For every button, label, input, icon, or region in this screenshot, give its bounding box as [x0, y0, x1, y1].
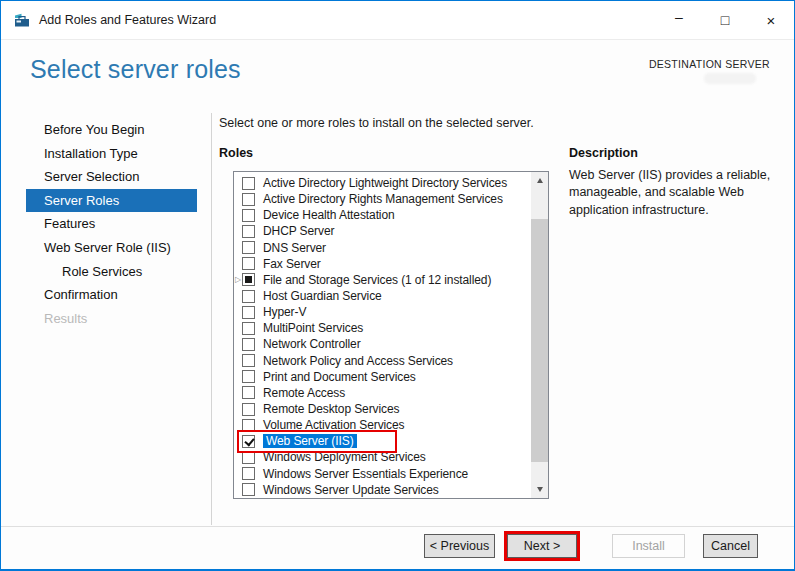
role-label: Windows Deployment Services	[263, 450, 426, 464]
role-row[interactable]: Host Guardian Service	[234, 288, 531, 304]
role-checkbox[interactable]	[242, 209, 255, 222]
roles-scrollbar[interactable]	[531, 172, 548, 498]
role-checkbox[interactable]	[242, 306, 255, 319]
sidebar-item-label: Web Server Role (IIS)	[44, 240, 171, 255]
role-row[interactable]: Web Server (IIS)	[234, 433, 531, 449]
sidebar-item-before-you-begin[interactable]: Before You Begin	[26, 118, 197, 142]
role-label: Remote Desktop Services	[263, 402, 399, 416]
sidebar-item-results[interactable]: Results	[26, 307, 197, 331]
destination-server-label: DESTINATION SERVER	[649, 58, 770, 70]
server-manager-toolbox-icon	[14, 12, 30, 28]
role-checkbox[interactable]	[242, 290, 255, 303]
role-row[interactable]: Print and Document Services	[234, 369, 531, 385]
sidebar-item-confirmation[interactable]: Confirmation	[26, 283, 197, 307]
page-title: Select server roles	[30, 55, 241, 84]
role-label: Active Directory Lightweight Directory S…	[263, 176, 507, 190]
role-label: DNS Server	[263, 241, 326, 255]
role-label: Windows Server Essentials Experience	[263, 467, 468, 481]
minimize-icon[interactable]: –	[656, 1, 702, 39]
role-checkbox[interactable]	[242, 354, 255, 367]
sidebar-item-label: Features	[44, 216, 95, 231]
role-row[interactable]: Windows Server Update Services	[234, 482, 531, 498]
role-label: Windows Server Update Services	[263, 483, 439, 497]
footer-divider	[1, 526, 794, 527]
sidebar-item-server-roles[interactable]: Server Roles	[26, 189, 197, 213]
role-label: Volume Activation Services	[263, 418, 404, 432]
role-row[interactable]: Remote Desktop Services	[234, 401, 531, 417]
role-checkbox[interactable]	[242, 403, 255, 416]
cancel-button[interactable]: Cancel	[703, 534, 758, 558]
role-label: MultiPoint Services	[263, 321, 363, 335]
install-button[interactable]: Install	[612, 534, 685, 558]
roles-listbox: Active Directory Lightweight Directory S…	[233, 171, 549, 499]
window-controls: – □ ×	[656, 1, 794, 39]
role-row[interactable]: Active Directory Lightweight Directory S…	[234, 175, 531, 191]
role-row[interactable]: Fax Server	[234, 256, 531, 272]
role-label: Device Health Attestation	[263, 208, 395, 222]
roles-list-rows: Active Directory Lightweight Directory S…	[234, 172, 531, 498]
role-checkbox[interactable]	[242, 467, 255, 480]
role-row[interactable]: Network Policy and Access Services	[234, 353, 531, 369]
role-row[interactable]: Network Controller	[234, 336, 531, 352]
scroll-down-icon[interactable]	[531, 481, 548, 498]
role-row[interactable]: Volume Activation Services	[234, 417, 531, 433]
role-checkbox[interactable]	[242, 241, 255, 254]
sidebar-item-role-services[interactable]: Role Services	[26, 260, 197, 284]
role-checkbox[interactable]	[242, 273, 255, 286]
next-button[interactable]: Next >	[507, 534, 577, 558]
role-label: Web Server (IIS)	[263, 434, 357, 448]
role-row[interactable]: DHCP Server	[234, 223, 531, 239]
sidebar-item-label: Before You Begin	[44, 122, 144, 137]
sidebar-item-server-selection[interactable]: Server Selection	[26, 165, 197, 189]
sidebar-item-installation-type[interactable]: Installation Type	[26, 142, 197, 166]
maximize-icon[interactable]: □	[702, 1, 748, 39]
role-checkbox[interactable]	[242, 193, 255, 206]
role-row[interactable]: Remote Access	[234, 385, 531, 401]
role-checkbox[interactable]	[242, 257, 255, 270]
sidebar-item-web-server-role-iis-[interactable]: Web Server Role (IIS)	[26, 236, 197, 260]
role-label: Hyper-V	[263, 305, 306, 319]
role-row[interactable]: DNS Server	[234, 240, 531, 256]
role-checkbox[interactable]	[242, 338, 255, 351]
sidebar-nav: Before You Begin Installation Type Serve…	[26, 118, 197, 330]
role-label: Print and Document Services	[263, 370, 416, 384]
expander-icon[interactable]: ▷	[234, 275, 242, 284]
role-checkbox[interactable]	[242, 177, 255, 190]
role-row[interactable]: Windows Deployment Services	[234, 449, 531, 465]
description-header: Description	[569, 146, 638, 160]
role-checkbox[interactable]	[242, 451, 255, 464]
window-title: Add Roles and Features Wizard	[39, 13, 216, 27]
previous-button[interactable]: < Previous	[424, 534, 495, 558]
add-roles-features-wizard-window: Add Roles and Features Wizard – □ × Sele…	[0, 0, 795, 571]
role-row[interactable]: Device Health Attestation	[234, 207, 531, 223]
close-icon[interactable]: ×	[748, 1, 794, 39]
scrollbar-thumb[interactable]	[531, 219, 548, 462]
instruction-text: Select one or more roles to install on t…	[219, 116, 534, 130]
role-row[interactable]: Hyper-V	[234, 304, 531, 320]
sidebar-item-label: Confirmation	[44, 287, 118, 302]
role-row[interactable]: Active Directory Rights Management Servi…	[234, 191, 531, 207]
role-label: Network Controller	[263, 337, 361, 351]
sidebar-item-label: Installation Type	[44, 146, 138, 161]
role-label: File and Storage Services (1 of 12 insta…	[263, 273, 491, 287]
sidebar-item-features[interactable]: Features	[26, 212, 197, 236]
role-checkbox[interactable]	[242, 419, 255, 432]
role-row[interactable]: Windows Server Essentials Experience	[234, 466, 531, 482]
role-label: Remote Access	[263, 386, 345, 400]
redacted-server-name	[704, 73, 756, 84]
role-checkbox[interactable]	[242, 322, 255, 335]
role-row[interactable]: ▷ File and Storage Services (1 of 12 ins…	[234, 272, 531, 288]
role-checkbox[interactable]	[242, 483, 255, 496]
role-label: Active Directory Rights Management Servi…	[263, 192, 503, 206]
sidebar-item-label: Results	[44, 311, 87, 326]
role-checkbox[interactable]	[242, 435, 255, 448]
role-label: Network Policy and Access Services	[263, 354, 453, 368]
role-checkbox[interactable]	[242, 386, 255, 399]
title-bar[interactable]: Add Roles and Features Wizard – □ ×	[1, 1, 794, 40]
role-checkbox[interactable]	[242, 370, 255, 383]
role-label: DHCP Server	[263, 224, 334, 238]
role-checkbox[interactable]	[242, 225, 255, 238]
scroll-up-icon[interactable]	[531, 172, 548, 189]
description-text: Web Server (IIS) provides a reliable, ma…	[569, 167, 781, 219]
role-row[interactable]: MultiPoint Services	[234, 320, 531, 336]
